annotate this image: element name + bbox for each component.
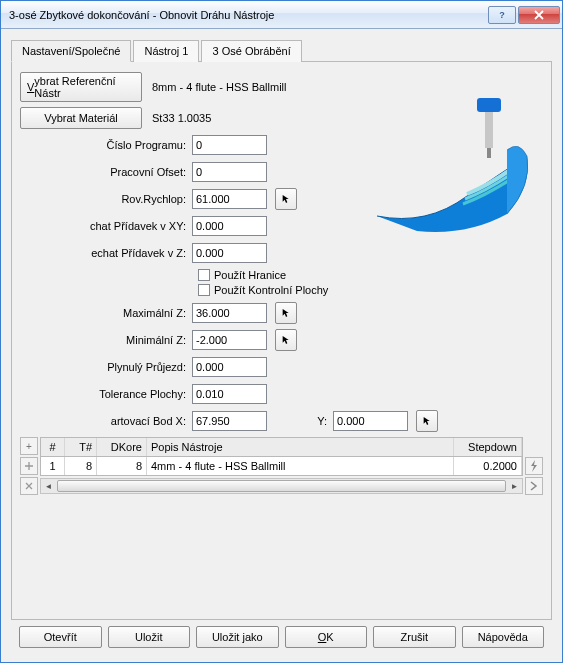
tab-settings[interactable]: Nastavení/Společné [11,40,131,62]
label-program: Číslo Programu: [20,139,192,151]
input-allow-z[interactable] [192,243,267,263]
grid-side-buttons: + [20,437,38,495]
select-ref-tool-label: ybrat Referenční Nástr [34,75,135,99]
dialog-window: 3-osé Zbytkové dokončování - Obnovit Drá… [0,0,563,663]
label-use-boundary: Použít Hranice [214,269,286,281]
cell-stepdown: 0.2000 [454,457,522,475]
ref-tool-description: 8mm - 4 flute - HSS Ballmill [152,81,286,93]
label-use-check-surfaces: Použít Kontrolní Plochy [214,284,328,296]
tool-grid: + # T# DKore Popis Nástroje [20,437,543,495]
hdr-dkore[interactable]: DKore [97,438,147,456]
cell-desc: 4mm - 4 flute - HSS Ballmill [147,457,454,475]
grid-side-buttons-right [525,437,543,495]
label-smooth: Plynulý Průjezd: [20,361,192,373]
pick-rapid-button[interactable] [275,188,297,210]
save-button[interactable]: Uložit [108,626,191,648]
label-rapid: Rov.Rychlop: [20,193,192,205]
tab-bar: Nastavení/Společné Nástroj 1 3 Osé Obráb… [11,39,552,62]
input-rapid[interactable] [192,189,267,209]
window-title: 3-osé Zbytkové dokončování - Obnovit Drá… [9,9,488,21]
grid-tool-button-2[interactable] [20,477,38,495]
input-start-y[interactable] [333,411,408,431]
cell-tnum: 8 [65,457,97,475]
table-row[interactable]: 1 8 8 4mm - 4 flute - HSS Ballmill 0.200… [40,457,523,476]
label-max-z: Maximální Z: [20,307,192,319]
horizontal-scrollbar[interactable]: ◄ ► [40,478,523,494]
pick-start-button[interactable] [416,410,438,432]
cancel-button[interactable]: Zrušit [373,626,456,648]
label-allow-z: echat Přídavek v Z: [20,247,192,259]
save-as-button[interactable]: Uložit jako [196,626,279,648]
tab-content: Vybrat Referenční Nástr 8mm - 4 flute - … [11,62,552,620]
input-min-z[interactable] [192,330,267,350]
plus-small-icon [24,461,34,471]
label-allow-xy: chat Přídavek v XY: [20,220,192,232]
svg-rect-0 [477,98,501,112]
tab-3axis[interactable]: 3 Osé Obrábění [201,40,301,62]
hdr-tnum[interactable]: T# [65,438,97,456]
hdr-stepdown[interactable]: Stepdown [454,438,522,456]
material-description: St33 1.0035 [152,112,211,124]
scroll-thumb[interactable] [57,480,506,492]
cell-index: 1 [41,457,65,475]
titlebar: 3-osé Zbytkové dokončování - Obnovit Drá… [1,1,562,29]
select-material-button[interactable]: Vybrat Materiál [20,107,142,129]
pick-max-z-button[interactable] [275,302,297,324]
input-work-offset[interactable] [192,162,267,182]
label-start-x: artovací Bod X: [20,415,192,427]
chevron-right-icon [530,481,538,491]
scroll-right-arrow[interactable]: ► [507,479,522,493]
label-start-y: Y: [279,415,327,427]
add-row-button[interactable]: + [20,437,38,455]
cell-dkore: 8 [97,457,147,475]
input-start-x[interactable] [192,411,267,431]
help-footer-button[interactable]: Nápověda [462,626,545,648]
titlebar-buttons: ? [488,6,560,24]
label-tolerance: Tolerance Plochy: [20,388,192,400]
arrow-cursor-icon [282,306,290,320]
grid-tool-button-4[interactable] [525,477,543,495]
label-min-z: Minimální Z: [20,334,192,346]
close-button[interactable] [518,6,560,24]
input-max-z[interactable] [192,303,267,323]
ok-button[interactable]: OOKK [285,626,368,648]
input-tolerance[interactable] [192,384,267,404]
grid-tool-button-1[interactable] [20,457,38,475]
arrow-cursor-icon [282,192,290,206]
arrow-cursor-icon [423,414,431,428]
help-button[interactable]: ? [488,6,516,24]
grid-header: # T# DKore Popis Nástroje Stepdown [40,437,523,457]
open-button[interactable]: Otevřít [19,626,102,648]
hdr-index[interactable]: # [41,438,65,456]
x-small-icon [24,481,34,491]
lightning-icon [529,460,539,472]
label-work-offset: Pracovní Ofset: [20,166,192,178]
grid-tool-button-3[interactable] [525,457,543,475]
pick-min-z-button[interactable] [275,329,297,351]
svg-rect-1 [485,112,493,148]
tab-tool1[interactable]: Nástroj 1 [133,40,199,62]
input-allow-xy[interactable] [192,216,267,236]
hdr-desc[interactable]: Popis Nástroje [147,438,454,456]
svg-rect-2 [487,148,491,158]
input-smooth[interactable] [192,357,267,377]
checkbox-use-check-surfaces[interactable] [198,284,210,296]
client-area: Nastavení/Společné Nástroj 1 3 Osé Obráb… [1,29,562,662]
input-program[interactable] [192,135,267,155]
footer-buttons: Otevřít Uložit Uložit jako OOKK Zrušit N… [11,620,552,656]
preview-illustration [357,96,543,236]
checkbox-use-boundary[interactable] [198,269,210,281]
scroll-left-arrow[interactable]: ◄ [41,479,56,493]
arrow-cursor-icon [282,333,290,347]
select-ref-tool-button[interactable]: Vybrat Referenční Nástr [20,72,142,102]
